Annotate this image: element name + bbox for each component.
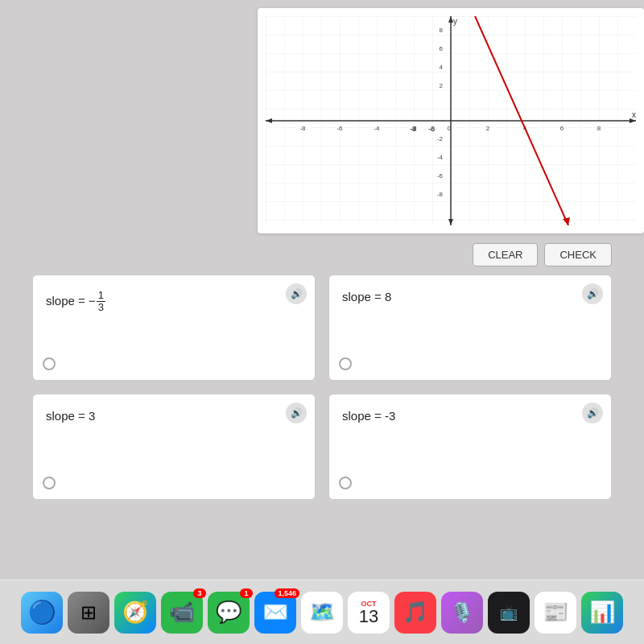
dock-messages[interactable]: 💬 1 (208, 592, 250, 634)
svg-text:6: 6 (440, 45, 444, 52)
coordinate-graph: x y -8 -6 -8 -6 -8 -6 -4 -2 0 2 4 6 8 8 … (266, 16, 636, 225)
svg-text:-2: -2 (437, 135, 444, 142)
svg-text:8: 8 (597, 125, 601, 132)
dock-finder[interactable]: 🔵 (21, 592, 63, 634)
dock-appletv[interactable]: 📺 (488, 592, 530, 634)
choice-a-sound-button[interactable]: 🔊 (286, 283, 307, 304)
svg-text:-8: -8 (437, 191, 444, 198)
facetime-badge: 3 (193, 588, 206, 598)
dock-music[interactable]: 🎵 (394, 592, 436, 634)
choice-d-text: slope = -3 (342, 409, 598, 423)
svg-text:y: y (453, 17, 457, 26)
dock-numbers[interactable]: 📊 (581, 592, 623, 634)
dock-calendar-day: 13 (359, 608, 378, 625)
choice-a[interactable]: slope = −13 🔊 (32, 275, 316, 381)
choice-d-radio[interactable] (339, 477, 352, 489)
buttons-row: CLEAR CHECK (0, 233, 644, 275)
svg-text:2: 2 (440, 82, 444, 89)
dock-facetime[interactable]: 📹 3 (161, 592, 203, 634)
graph-container: x y -8 -6 -8 -6 -8 -6 -4 -2 0 2 4 6 8 8 … (258, 8, 644, 233)
check-button[interactable]: CHECK (544, 243, 612, 266)
dock-safari[interactable]: 🧭 (114, 592, 156, 634)
messages-badge: 1 (240, 588, 253, 598)
mail-badge: 1,546 (275, 588, 299, 598)
choice-d[interactable]: slope = -3 🔊 (328, 394, 612, 500)
choice-c[interactable]: slope = 3 🔊 (32, 394, 316, 500)
svg-text:8: 8 (440, 27, 444, 34)
macos-dock: 🔵 ⊞ 🧭 📹 3 💬 1 ✉️ 1,546 🗺️ OCT 13 🎵 🎙️ 📺 … (0, 580, 644, 644)
svg-text:6: 6 (560, 125, 564, 132)
svg-text:-6: -6 (429, 126, 436, 133)
clear-button[interactable]: CLEAR (473, 243, 538, 266)
svg-text:0: 0 (448, 125, 452, 132)
svg-text:-6: -6 (437, 172, 444, 180)
choice-d-sound-button[interactable]: 🔊 (582, 402, 603, 423)
choice-b[interactable]: slope = 8 🔊 (328, 275, 612, 381)
dock-mail[interactable]: ✉️ 1,546 (254, 592, 296, 634)
choice-c-sound-button[interactable]: 🔊 (286, 402, 307, 423)
choice-b-sound-button[interactable]: 🔊 (582, 283, 603, 304)
svg-text:-6: -6 (336, 125, 343, 132)
svg-text:4: 4 (440, 64, 444, 71)
choice-a-radio[interactable] (43, 357, 56, 370)
choice-b-text: slope = 8 (342, 290, 598, 303)
dock-calendar[interactable]: OCT 13 (348, 592, 390, 634)
dock-launchpad[interactable]: ⊞ (68, 592, 109, 634)
svg-text:-2: -2 (411, 125, 417, 132)
choice-c-radio[interactable] (43, 477, 56, 489)
svg-text:-4: -4 (437, 154, 444, 161)
svg-text:-8: -8 (299, 125, 306, 132)
svg-text:-4: -4 (374, 125, 380, 132)
choice-c-text: slope = 3 (46, 409, 302, 423)
svg-text:2: 2 (486, 125, 490, 132)
choice-a-text: slope = −13 (46, 290, 302, 314)
dock-podcasts[interactable]: 🎙️ (441, 592, 483, 634)
dock-news[interactable]: 📰 (535, 592, 576, 634)
choices-grid: slope = −13 🔊 slope = 8 🔊 slope = 3 🔊 sl… (0, 275, 644, 500)
dock-maps[interactable]: 🗺️ (301, 592, 343, 634)
choice-b-radio[interactable] (339, 357, 352, 370)
svg-text:x: x (632, 110, 636, 119)
